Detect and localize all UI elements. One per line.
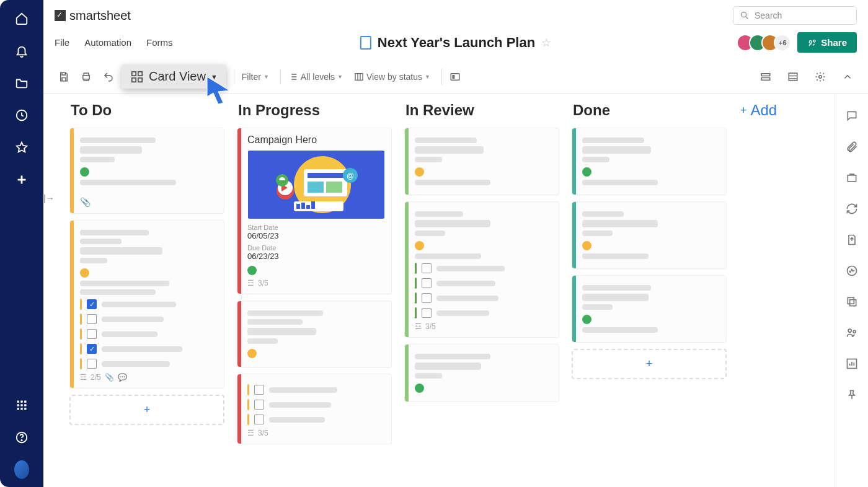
- svg-rect-31: [308, 182, 324, 193]
- global-search[interactable]: Search: [733, 6, 857, 25]
- column-review: In Review: [398, 94, 565, 487]
- svg-rect-40: [301, 203, 305, 209]
- card[interactable]: [404, 344, 559, 402]
- activity-icon[interactable]: [845, 264, 859, 278]
- gear-icon[interactable]: [811, 69, 830, 85]
- grid-density-icon[interactable]: [784, 69, 802, 85]
- svg-rect-9: [24, 408, 26, 410]
- start-date-label: Start Date: [247, 224, 385, 231]
- card[interactable]: ☲ 2/5 📎 💬: [69, 220, 224, 388]
- smartsheet-logo-icon: [55, 10, 66, 21]
- sheet-title-area: Next Year's Launch Plan ☆: [360, 35, 551, 51]
- left-nav-rail: [0, 0, 43, 487]
- user-avatar[interactable]: [14, 462, 29, 477]
- svg-rect-17: [138, 71, 142, 75]
- menu-file[interactable]: File: [55, 37, 69, 48]
- filter-button[interactable]: Filter ▼: [234, 69, 273, 84]
- viewby-button[interactable]: View by status ▼: [350, 69, 434, 84]
- status-dot: [415, 384, 424, 393]
- card-hero-image: @: [247, 151, 385, 219]
- svg-rect-23: [761, 73, 770, 76]
- expand-gutter[interactable]: |→: [43, 94, 58, 487]
- status-dot: [80, 167, 89, 177]
- svg-rect-39: [296, 204, 300, 209]
- add-card-button[interactable]: +: [572, 349, 727, 379]
- plus-icon[interactable]: [14, 172, 29, 187]
- status-dot: [415, 241, 424, 250]
- refresh-icon[interactable]: [845, 202, 859, 216]
- star-icon[interactable]: [14, 140, 29, 155]
- attachments-icon[interactable]: [845, 140, 859, 154]
- menu-automation[interactable]: Automation: [84, 37, 131, 48]
- help-icon[interactable]: [14, 430, 29, 445]
- people-icon[interactable]: [845, 326, 859, 340]
- due-date-label: Due Date: [247, 244, 385, 252]
- kanban-board: To Do 📎: [58, 94, 835, 487]
- share-button[interactable]: Share: [797, 32, 857, 53]
- svg-rect-22: [452, 75, 454, 79]
- svg-rect-1: [17, 401, 19, 403]
- svg-rect-18: [132, 77, 136, 81]
- share-icon: [807, 38, 817, 48]
- bell-icon[interactable]: [14, 43, 29, 58]
- view-switcher[interactable]: Card View ▼: [122, 64, 226, 89]
- svg-rect-19: [138, 77, 142, 81]
- status-dot: [415, 167, 424, 177]
- svg-rect-24: [761, 77, 770, 80]
- card[interactable]: [572, 128, 727, 195]
- status-dot: [247, 349, 257, 358]
- add-column[interactable]: +Add: [733, 94, 820, 487]
- svg-point-12: [742, 12, 746, 17]
- search-placeholder: Search: [755, 11, 782, 20]
- chevron-up-icon[interactable]: [838, 69, 857, 85]
- sheet-title[interactable]: Next Year's Launch Plan: [378, 35, 535, 51]
- avatars-overflow[interactable]: +6: [774, 34, 791, 51]
- levels-button[interactable]: All levels ▼: [280, 69, 347, 84]
- svg-rect-45: [849, 300, 856, 306]
- undo-icon[interactable]: [99, 69, 118, 85]
- svg-rect-3: [24, 401, 26, 403]
- folder-icon[interactable]: [14, 76, 29, 90]
- home-icon[interactable]: [14, 11, 29, 26]
- brand-name: smartsheet: [69, 9, 131, 23]
- menu-forms[interactable]: Forms: [146, 37, 173, 48]
- svg-point-26: [819, 75, 822, 78]
- card[interactable]: 📎: [69, 128, 224, 214]
- print-icon[interactable]: [77, 69, 95, 85]
- svg-rect-41: [306, 205, 310, 209]
- comments-icon[interactable]: [845, 109, 859, 123]
- svg-rect-32: [326, 182, 342, 193]
- card[interactable]: ☲3/5: [404, 201, 559, 338]
- favorite-star-icon[interactable]: ☆: [541, 36, 551, 50]
- sheet-icon: [360, 36, 371, 50]
- recent-icon[interactable]: [14, 108, 29, 123]
- svg-text:@: @: [347, 172, 354, 180]
- apps-icon[interactable]: [14, 398, 29, 413]
- card-campaign-hero[interactable]: Campaign Hero: [237, 128, 392, 294]
- svg-point-14: [813, 40, 815, 42]
- svg-rect-46: [848, 297, 854, 304]
- add-card-button[interactable]: +: [69, 395, 224, 425]
- card[interactable]: [572, 275, 727, 343]
- copy-icon[interactable]: [845, 295, 859, 309]
- proofs-icon[interactable]: [845, 171, 859, 185]
- brand-logo[interactable]: smartsheet: [55, 9, 131, 23]
- search-icon: [740, 11, 750, 20]
- column-progress: In Progress Campaign Hero: [231, 94, 398, 487]
- chart-icon[interactable]: [845, 357, 859, 371]
- right-panel-rail: [835, 94, 868, 487]
- svg-rect-43: [848, 175, 856, 182]
- export-icon[interactable]: [845, 233, 859, 247]
- card[interactable]: ☲3/5: [237, 374, 392, 444]
- card-view-icon: [130, 70, 144, 84]
- pin-icon[interactable]: [845, 388, 859, 401]
- svg-rect-21: [451, 73, 459, 80]
- card-density-icon[interactable]: [756, 69, 775, 85]
- card[interactable]: [237, 301, 392, 367]
- column-title: To Do: [69, 94, 224, 128]
- card[interactable]: [572, 201, 727, 269]
- card[interactable]: [404, 128, 559, 195]
- save-icon[interactable]: [55, 69, 73, 85]
- image-toggle-icon[interactable]: [441, 69, 464, 85]
- collaborator-avatars[interactable]: +6: [742, 34, 791, 51]
